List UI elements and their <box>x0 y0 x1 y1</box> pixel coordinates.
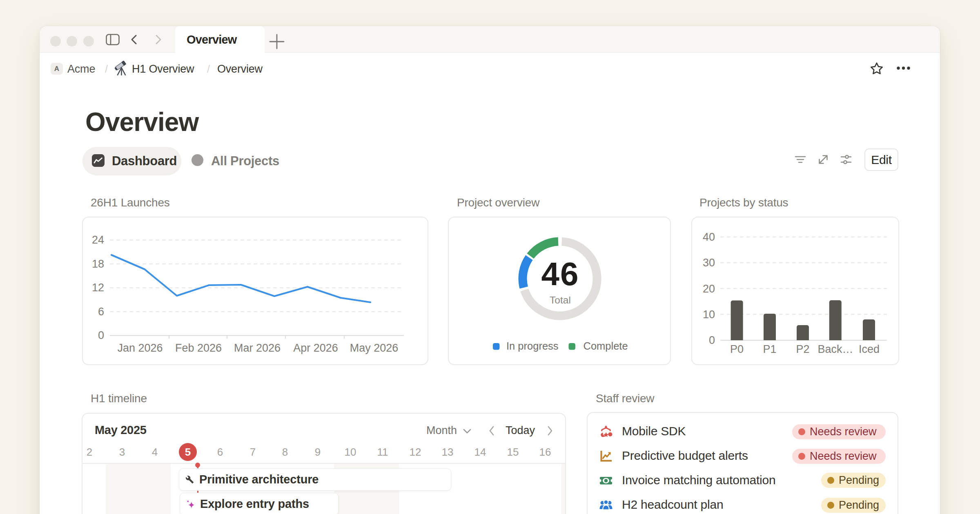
svg-text:Back…: Back… <box>817 343 853 355</box>
svg-text:10: 10 <box>703 308 715 321</box>
svg-text:40: 40 <box>703 231 715 243</box>
svg-text:24: 24 <box>92 234 104 246</box>
svg-text:30: 30 <box>703 257 715 269</box>
svg-text:Feb 2026: Feb 2026 <box>175 342 222 354</box>
svg-text:18: 18 <box>92 258 104 270</box>
svg-text:Apr 2026: Apr 2026 <box>293 342 338 354</box>
svg-text:12: 12 <box>92 281 104 294</box>
svg-text:46: 46 <box>541 256 579 292</box>
svg-text:Complete: Complete <box>584 340 628 352</box>
svg-text:20: 20 <box>703 283 715 295</box>
svg-text:Jan 2026: Jan 2026 <box>117 342 163 354</box>
svg-text:0: 0 <box>709 334 715 346</box>
svg-text:P2: P2 <box>796 343 809 355</box>
svg-text:0: 0 <box>98 329 104 341</box>
svg-text:Iced: Iced <box>859 343 880 355</box>
svg-text:May 2026: May 2026 <box>350 342 399 354</box>
svg-text:P0: P0 <box>730 343 744 355</box>
svg-text:P1: P1 <box>763 343 776 355</box>
svg-text:6: 6 <box>98 306 104 318</box>
svg-text:In progress: In progress <box>506 340 559 352</box>
svg-text:Total: Total <box>550 295 571 306</box>
svg-text:Mar 2026: Mar 2026 <box>234 342 281 354</box>
